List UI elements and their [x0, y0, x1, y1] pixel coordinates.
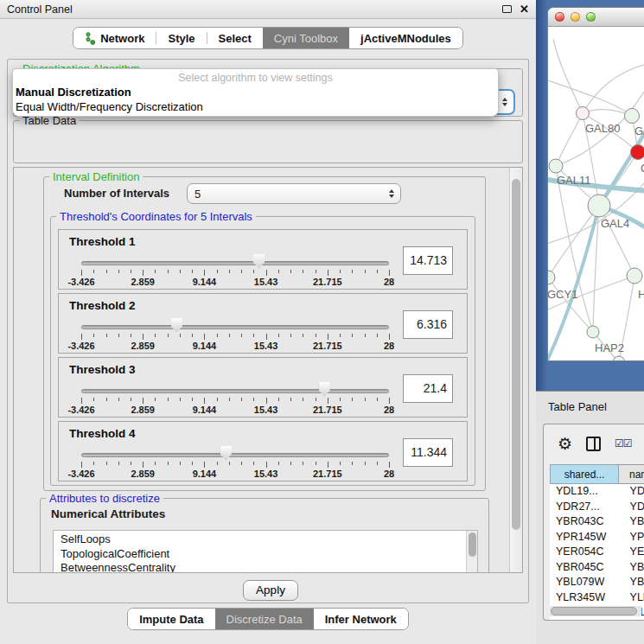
group-title-attributes: Attributes to discretize	[46, 492, 163, 505]
slider-tick-label: -3.426	[67, 469, 94, 479]
threshold-slider-track[interactable]	[81, 261, 389, 265]
tab-infer-network[interactable]: Infer Network	[314, 609, 408, 629]
slider-tick	[81, 462, 82, 468]
threshold-value-box[interactable]: 21.4	[403, 374, 453, 403]
network-node[interactable]	[588, 194, 610, 217]
close-icon[interactable]: ✕	[520, 3, 529, 15]
table-row[interactable]: YBR045CYBR0	[550, 560, 644, 576]
cell-shared-name: YPR145W	[550, 530, 620, 545]
slider-tick	[253, 398, 254, 401]
app-root: Control Panel ✕ Network	[0, 0, 644, 644]
algorithm-popup-hint: Select algorithm to view settings	[13, 72, 498, 84]
settings-vertical-scrollbar[interactable]	[509, 168, 522, 572]
right-region: GAL80GACGAL11GAL4GCY1HHAP2 Table Panel ⚙…	[536, 0, 644, 644]
tab-style[interactable]: Style	[156, 28, 206, 48]
slider-tick	[365, 462, 366, 465]
table-row[interactable]: YDL19...YDL1	[550, 484, 644, 500]
algorithm-option-manual[interactable]: Manual Discretization	[16, 86, 131, 99]
network-node[interactable]	[627, 268, 642, 284]
apply-button[interactable]: Apply	[243, 580, 298, 601]
number-of-intervals-combobox[interactable]: 5	[187, 183, 401, 204]
network-node[interactable]	[577, 107, 590, 120]
column-header-shared-name[interactable]: shared...	[550, 464, 619, 484]
slider-tick	[168, 462, 169, 465]
table-row[interactable]: YBL079WYBL0	[550, 575, 644, 590]
cell-name: YBR0	[620, 560, 644, 576]
tab-discretize-data[interactable]: Discretize Data	[215, 609, 314, 629]
network-icon	[85, 32, 96, 45]
mac-minimize-button[interactable]	[571, 12, 580, 22]
mac-close-button[interactable]	[555, 12, 564, 22]
column-header-name[interactable]: name	[619, 464, 644, 484]
network-node[interactable]	[631, 145, 644, 160]
table-row[interactable]: YPR145WYPR1	[550, 530, 644, 545]
algorithm-option-equal-width[interactable]: Equal Width/Frequency Discretization	[16, 100, 203, 113]
table-panel-titlebar: Table Panel	[536, 391, 644, 422]
tab-jactivemnodules[interactable]: jActiveMNodules	[349, 28, 462, 48]
slider-tick-label: 15.43	[254, 341, 278, 351]
network-node-label: GA	[634, 124, 644, 137]
attributes-list-scrollbar[interactable]	[466, 531, 477, 573]
slider-tick	[377, 462, 378, 465]
tab-select[interactable]: Select	[207, 28, 263, 48]
slider-tick	[389, 270, 390, 276]
slider-tick	[217, 398, 218, 401]
table-row[interactable]: YER054CYER0	[550, 545, 644, 560]
threshold-label: Threshold 4	[69, 427, 136, 440]
network-node[interactable]	[548, 271, 555, 284]
table-row[interactable]: YDR27...YDR2	[550, 500, 644, 515]
table-row[interactable]: YBR043CYBR0	[550, 514, 644, 530]
network-node[interactable]	[587, 326, 599, 338]
window-title: Control Panel	[7, 3, 73, 16]
network-node-label: GAL11	[557, 174, 591, 187]
network-canvas[interactable]: GAL80GACGAL11GAL4GCY1HHAP2	[548, 27, 644, 361]
threshold-value-box[interactable]: 6.316	[403, 310, 453, 339]
tab-discretize-data-label: Discretize Data	[226, 613, 303, 626]
slider-tick	[229, 334, 230, 337]
slider-tick	[131, 334, 131, 337]
gear-icon[interactable]: ⚙	[558, 436, 572, 452]
threshold-slider-track[interactable]	[81, 389, 389, 393]
table-panel: ⚙ ☑☑ shared... name YDL19...YDL1YDR27...…	[543, 424, 644, 621]
slider-tick	[328, 462, 328, 468]
threshold-panel: Threshold 2-3.4262.8599.14415.4321.71528…	[58, 293, 468, 354]
tab-network-label: Network	[100, 32, 144, 45]
float-window-icon[interactable]	[502, 5, 512, 13]
tab-network[interactable]: Network	[73, 28, 156, 48]
cell-name: YBL0	[620, 575, 644, 590]
network-node[interactable]	[625, 109, 640, 124]
slider-thumb[interactable]	[319, 382, 330, 397]
table-row[interactable]: YLR345WYLR3	[550, 590, 644, 606]
slider-tick	[389, 462, 390, 468]
threshold-value-box[interactable]: 11.344	[403, 438, 453, 467]
slider-tick	[266, 462, 267, 468]
slider-tick	[241, 462, 242, 465]
attribute-list-item[interactable]: SelfLoops	[61, 532, 477, 547]
cell-name: YBR0	[620, 514, 644, 530]
algorithm-dropdown-popup: Select algorithm to view settings Manual…	[12, 68, 499, 117]
slider-tick	[143, 270, 143, 276]
slider-tick-label: 15.43	[254, 277, 278, 287]
network-node[interactable]	[549, 159, 563, 173]
slider-tick	[303, 398, 303, 401]
attribute-list-item[interactable]: BetweennessCentrality	[61, 561, 477, 573]
numerical-attributes-list[interactable]: SelfLoopsTopologicalCoefficientBetweenne…	[53, 530, 478, 573]
columns-icon[interactable]	[586, 437, 601, 451]
slider-thumb[interactable]	[171, 318, 182, 333]
mac-zoom-button[interactable]	[586, 12, 596, 22]
tab-impute-data[interactable]: Impute Data	[128, 609, 214, 629]
slider-thumb[interactable]	[220, 446, 232, 461]
numerical-attributes-label: Numerical Attributes	[51, 507, 165, 520]
slider-tick	[352, 334, 353, 337]
attribute-list-item[interactable]: TopologicalCoefficient	[61, 547, 477, 562]
threshold-slider-track[interactable]	[81, 325, 389, 329]
cell-name: YDL1	[620, 484, 644, 500]
table-horizontal-scrollbar[interactable]	[550, 606, 641, 616]
select-columns-icons[interactable]: ☑☑	[615, 437, 632, 450]
tab-cyni-toolbox[interactable]: Cyni Toolbox	[263, 28, 349, 48]
slider-tick	[365, 334, 366, 337]
slider-tick	[192, 398, 193, 401]
slider-thumb[interactable]	[253, 254, 265, 269]
threshold-slider-track[interactable]	[81, 453, 389, 457]
threshold-value-box[interactable]: 14.713	[403, 246, 453, 275]
